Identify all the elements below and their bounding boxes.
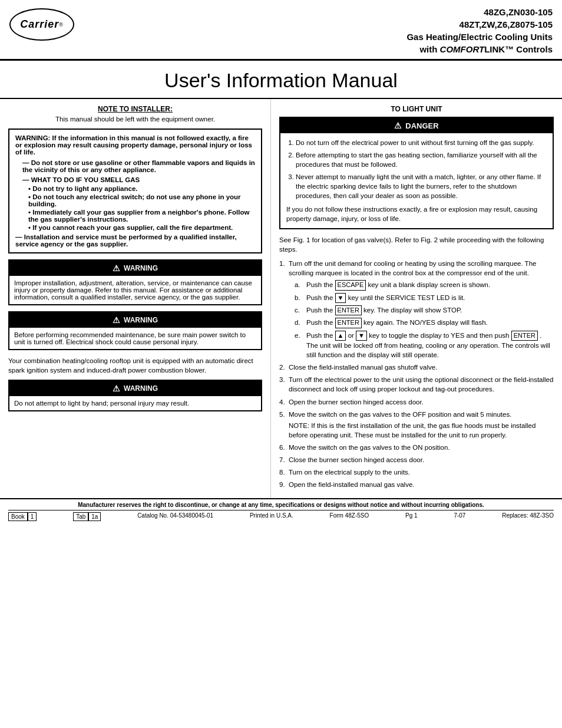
warning2-label: WARNING xyxy=(124,316,158,324)
header: Carrier ® 48ZG,ZN030-105 48ZT,ZW,Z6,Z807… xyxy=(0,0,562,61)
danger-header: ⚠ DANGER xyxy=(280,118,553,133)
page-title-section: User's Information Manual xyxy=(0,61,562,99)
step-7-text: Close the burner section hinged access d… xyxy=(289,456,424,463)
page-title: User's Information Manual xyxy=(0,69,562,92)
step-1c-letter: c. xyxy=(295,305,300,315)
desc-line1: Gas Heating/Electric Cooling Units xyxy=(86,31,553,43)
footer-tab-label: Tab xyxy=(73,512,88,521)
step-9-text: Open the field-installed manual gas valv… xyxy=(289,481,415,488)
registered-mark: ® xyxy=(59,22,64,28)
danger-list: Do not turn off the electrical power to … xyxy=(280,133,553,228)
step-1: 1. Turn off the unit demand for cooling … xyxy=(279,259,554,360)
main-warning-box: WARNING: If the information in this manu… xyxy=(8,129,262,253)
footer-printed: Printed in U.S.A. xyxy=(250,512,293,521)
warning-item1: — Do not store or use gasoline or other … xyxy=(22,159,255,173)
footer-left-group: Book 1 xyxy=(8,512,37,521)
step-3-num: 3. xyxy=(279,375,285,384)
footer-catalog: Catalog No. 04-53480045-01 xyxy=(137,512,213,521)
warning-item2: — WHAT TO DO IF YOU SMELL GAS xyxy=(22,176,255,183)
warning-bullet4: • If you cannot reach your gas supplier,… xyxy=(28,224,255,231)
main-content: NOTE TO INSTALLER: This manual should be… xyxy=(0,99,562,498)
warning2-body: Before performing recommended maintenanc… xyxy=(9,328,261,349)
warning2-triangle-icon: ⚠ xyxy=(113,315,120,325)
step-8-text: Turn on the electrical supply to the uni… xyxy=(289,469,410,476)
logo-area: Carrier ® xyxy=(9,6,80,41)
step-5-note: NOTE: If this is the first installation … xyxy=(289,421,554,440)
note-to-installer-heading: NOTE TO INSTALLER: xyxy=(8,105,262,113)
footer-tab-value: 1a xyxy=(88,512,101,521)
step-1d: d. Push the ENTER key again. The NO/YES … xyxy=(295,318,554,328)
warning-box-2: ⚠ WARNING Before performing recommended … xyxy=(8,311,262,350)
model-line2: 48ZT,ZW,Z6,Z8075-105 xyxy=(86,18,553,31)
step-6-text: Move the switch on the gas valves to the… xyxy=(289,444,450,451)
warning1-label: WARNING xyxy=(124,264,158,272)
step-1e-letter: e. xyxy=(295,331,300,340)
warning3-label: WARNING xyxy=(124,384,158,393)
step-4-text: Open the burner section hinged access do… xyxy=(289,398,424,406)
warning3-triangle-icon: ⚠ xyxy=(113,384,120,393)
warning3-header: ⚠ WARNING xyxy=(9,381,261,396)
desc-line2: with COMFORTLINK™ Controls xyxy=(86,43,553,55)
step-2-text: Close the field-installed manual gas shu… xyxy=(289,364,437,371)
step-9: 9. Open the field-installed manual gas v… xyxy=(279,480,554,489)
to-light-unit-title: TO LIGHT UNIT xyxy=(279,105,554,113)
escape-key: ESCAPE xyxy=(335,280,366,290)
footer: Manufacturer reserves the right to disco… xyxy=(0,498,562,523)
up-arrow-key-1e: ▲ xyxy=(335,331,346,341)
footer-date: 7-07 xyxy=(454,512,465,521)
step-1-substeps: a. Push the ESCAPE key unit a blank disp… xyxy=(295,280,554,360)
step-3: 3. Turn off the electrical power to the … xyxy=(279,375,554,394)
step-6: 6. Move the switch on the gas valves to … xyxy=(279,443,554,452)
down-arrow-key-1b: ▼ xyxy=(335,293,346,303)
warning-box-3: ⚠ WARNING Do not attempt to light by han… xyxy=(8,380,262,411)
step-9-num: 9. xyxy=(279,480,285,489)
step-4: 4. Open the burner section hinged access… xyxy=(279,397,554,407)
step-1e: e. Push the ▲ or ▼ key to toggle the dis… xyxy=(295,331,554,360)
left-body-text: Your combination heating/cooling rooftop… xyxy=(8,356,262,375)
step-1c: c. Push the ENTER key. The display will … xyxy=(295,305,554,315)
warning3-body: Do not attempt to light by hand; persona… xyxy=(9,396,261,410)
left-column: NOTE TO INSTALLER: This manual should be… xyxy=(0,99,271,498)
down-arrow-key-1e: ▼ xyxy=(356,331,367,341)
footer-book-label: Book xyxy=(8,512,28,521)
step-2: 2. Close the field-installed manual gas … xyxy=(279,363,554,372)
footer-book-value: 1 xyxy=(28,512,37,521)
right-column: TO LIGHT UNIT ⚠ DANGER Do not turn off t… xyxy=(271,99,562,498)
step-7: 7. Close the burner section hinged acces… xyxy=(279,455,554,465)
step-4-num: 4. xyxy=(279,397,285,407)
danger-box: ⚠ DANGER Do not turn off the electrical … xyxy=(279,117,554,229)
step-3-text: Turn off the electrical power to the uni… xyxy=(289,376,553,393)
warning2-header: ⚠ WARNING xyxy=(9,312,261,328)
step-1b: b. Push the ▼ key until the SERVICE TEST… xyxy=(295,293,554,303)
step-1a-letter: a. xyxy=(295,280,300,289)
comfort-brand: COMFORT xyxy=(440,44,485,54)
danger-note-para: If you do not follow these instructions … xyxy=(286,205,547,223)
step-1d-letter: d. xyxy=(295,318,300,327)
danger-item-2: Before attempting to start the gas heati… xyxy=(296,150,547,169)
enter-key-1c: ENTER xyxy=(335,305,362,315)
step-5: 5. Move the switch on the gas valves to … xyxy=(279,410,554,440)
steps-list: 1. Turn off the unit demand for cooling … xyxy=(279,259,554,489)
step-8: 8. Turn on the electrical supply to the … xyxy=(279,467,554,477)
body-intro: See Fig. 1 for location of gas valve(s).… xyxy=(279,235,554,254)
danger-item-3: Never attempt to manually light the unit… xyxy=(296,172,547,200)
step-5-num: 5. xyxy=(279,410,285,419)
step-7-num: 7. xyxy=(279,455,285,465)
carrier-logo: Carrier ® xyxy=(9,8,74,41)
installer-note-text: This manual should be left with the equi… xyxy=(8,116,262,123)
footer-disclaimer: Manufacturer reserves the right to disco… xyxy=(8,502,554,510)
step-5-text: Move the switch on the gas valves to the… xyxy=(289,411,511,418)
footer-replaces: Replaces: 48Z-3SO xyxy=(502,512,554,521)
footer-pg: Pg 1 xyxy=(405,512,418,521)
step-1a: a. Push the ESCAPE key unit a blank disp… xyxy=(295,280,554,290)
danger-triangle-icon: ⚠ xyxy=(394,121,402,130)
warning-box-1: ⚠ WARNING Improper installation, adjustm… xyxy=(8,259,262,305)
warning1-header: ⚠ WARNING xyxy=(9,261,261,276)
logo-text: Carrier xyxy=(20,18,59,31)
step-6-num: 6. xyxy=(279,443,285,452)
step-1-text: Turn off the unit demand for cooling or … xyxy=(289,260,536,276)
danger-label: DANGER xyxy=(405,121,438,130)
warning1-body: Improper installation, adjustment, alter… xyxy=(9,276,261,304)
header-title: 48ZG,ZN030-105 48ZT,ZW,Z6,Z8075-105 Gas … xyxy=(86,6,553,55)
footer-bottom: Book 1 Tab 1a Catalog No. 04-53480045-01… xyxy=(8,512,554,521)
